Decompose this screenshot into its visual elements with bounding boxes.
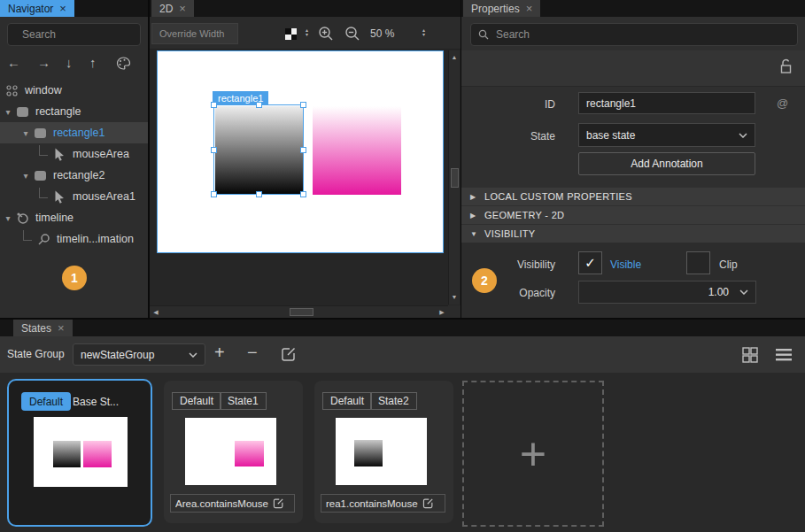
unlock-icon[interactable]	[779, 58, 793, 74]
palette-icon[interactable]	[116, 57, 131, 71]
override-width-field[interactable]	[151, 23, 238, 44]
scroll-up-icon[interactable]: ▲	[449, 52, 460, 63]
zoom-out-icon[interactable]	[344, 26, 360, 42]
move-up-icon[interactable]: ↑	[89, 55, 97, 70]
tree-item-window[interactable]: window	[0, 80, 148, 101]
grid-view-icon[interactable]	[742, 347, 758, 363]
scroll-left-icon[interactable]: ◀	[151, 306, 161, 318]
close-icon[interactable]: ×	[59, 3, 66, 14]
expander-icon[interactable]: ▾	[19, 128, 32, 138]
state-name[interactable]: State2	[370, 392, 417, 410]
vertical-scrollbar[interactable]: ▲ ▼	[448, 50, 460, 305]
state-card-base[interactable]: Default Base St...	[7, 379, 152, 527]
resize-handle[interactable]	[300, 191, 306, 197]
move-down-icon[interactable]: ↓	[66, 55, 73, 70]
state-card-state1[interactable]: Default State1 Area.containsMouse	[164, 381, 303, 523]
state-card-state2[interactable]: Default State2 rea1.containsMouse	[314, 381, 453, 523]
tree-item-mousearea[interactable]: mouseArea	[0, 143, 148, 165]
resize-handle[interactable]	[211, 102, 217, 108]
section-geometry-2d[interactable]: ▶ GEOMETRY - 2D	[461, 206, 805, 224]
resize-handle[interactable]	[256, 102, 262, 108]
edit-icon[interactable]	[273, 497, 284, 509]
when-condition-field[interactable]: rea1.containsMouse	[321, 494, 445, 513]
properties-header-band	[461, 50, 805, 87]
properties-panel: Properties × ID rectangle1 @ State base …	[461, 0, 805, 318]
state-default-button[interactable]: Default	[172, 392, 221, 410]
state-default-button[interactable]: Default	[322, 392, 372, 410]
horizontal-scroll-thumb[interactable]	[290, 308, 313, 316]
rectangle2-item[interactable]	[313, 106, 401, 195]
state-dropdown[interactable]: base state	[578, 123, 755, 147]
visible-checkbox[interactable]: ✓	[578, 251, 602, 274]
background-checker-icon[interactable]	[285, 28, 297, 40]
checkmark-icon: ✓	[584, 255, 596, 271]
tree-item-rectangle2[interactable]: ▾ rectangle2	[0, 165, 148, 186]
tab-properties[interactable]: Properties ×	[463, 0, 540, 17]
state-group-dropdown[interactable]: newStateGroup	[73, 343, 205, 366]
tree-item-timeline-animation[interactable]: timelin...imation	[0, 228, 148, 250]
2d-toolbar: ▴▾ 50 % ▴▾	[150, 17, 461, 50]
expander-icon[interactable]: ▾	[19, 171, 32, 181]
state-name[interactable]: Base St...	[73, 396, 119, 408]
state-value: base state	[586, 129, 635, 142]
override-width-input[interactable]	[159, 28, 230, 39]
clip-checkbox-label[interactable]: Clip	[719, 258, 738, 271]
cursor-icon	[51, 148, 67, 161]
properties-search[interactable]	[470, 23, 798, 46]
expander-icon[interactable]: ▾	[2, 213, 14, 223]
background-stepper[interactable]: ▴▾	[306, 28, 308, 37]
navigator-toolbar: ← → ↓ ↑	[0, 51, 148, 78]
tree-item-mousearea1[interactable]: mouseArea1	[0, 186, 148, 207]
tab-2d[interactable]: 2D ×	[151, 0, 194, 17]
resize-handle[interactable]	[300, 147, 306, 153]
tree-item-label: rectangle2	[53, 169, 104, 181]
section-local-custom-properties[interactable]: ▶ LOCAL CUSTOM PROPERTIES	[461, 188, 805, 205]
move-backward-icon[interactable]: ←	[7, 55, 20, 70]
resize-handle[interactable]	[211, 147, 217, 153]
horizontal-scrollbar[interactable]: ◀ ▶	[150, 305, 448, 317]
tree-item-rectangle1[interactable]: ▾ rectangle1	[0, 122, 148, 143]
rename-state-group-icon[interactable]	[281, 346, 297, 362]
scroll-down-icon[interactable]: ▼	[449, 292, 460, 303]
expander-icon[interactable]: ▾	[2, 107, 14, 117]
state-default-pill[interactable]: Default	[21, 392, 71, 411]
tab-states[interactable]: States ×	[13, 320, 73, 336]
tree-item-rectangle[interactable]: ▾ rectangle	[0, 101, 148, 122]
opacity-field[interactable]: 1.00	[578, 281, 756, 304]
section-visibility[interactable]: ▼ VISIBILITY	[461, 225, 805, 243]
vertical-scroll-thumb[interactable]	[451, 168, 459, 188]
visible-checkbox-label[interactable]: Visible	[610, 258, 641, 271]
state-name[interactable]: State1	[220, 392, 267, 410]
selection-outline	[213, 104, 304, 195]
tree-item-label: rectangle1	[53, 127, 104, 139]
add-state-card[interactable]: +	[462, 381, 604, 527]
rectangle-icon	[32, 128, 48, 138]
remove-state-group-icon[interactable]: −	[247, 343, 258, 363]
navigator-search-input[interactable]	[22, 28, 148, 41]
add-annotation-button[interactable]: Add Annotation	[578, 152, 755, 175]
scroll-right-icon[interactable]: ▶	[437, 306, 447, 318]
states-tabbar: States ×	[0, 320, 805, 336]
add-state-group-icon[interactable]: +	[214, 343, 225, 363]
close-icon[interactable]: ×	[58, 322, 65, 334]
properties-search-input[interactable]	[496, 28, 790, 41]
close-icon[interactable]: ×	[179, 3, 186, 14]
close-icon[interactable]: ×	[526, 3, 533, 14]
navigator-search[interactable]	[7, 23, 141, 46]
edit-icon[interactable]	[422, 497, 434, 509]
zoom-stepper[interactable]: ▴▾	[422, 28, 425, 37]
list-view-icon[interactable]	[776, 348, 792, 362]
resize-handle[interactable]	[300, 102, 306, 108]
tab-navigator[interactable]: Navigator ×	[0, 0, 74, 17]
annotation-at-icon[interactable]: @	[777, 96, 788, 110]
resize-handle[interactable]	[211, 191, 217, 197]
move-forward-icon[interactable]: →	[37, 55, 50, 70]
2d-canvas[interactable]: rectangle1 ▲ ▼	[150, 50, 461, 305]
clip-checkbox[interactable]	[686, 251, 710, 274]
tree-item-timeline[interactable]: ▾ timeline	[0, 207, 148, 228]
id-field[interactable]: rectangle1	[578, 92, 755, 114]
zoom-in-icon[interactable]	[318, 26, 334, 42]
component-icon	[4, 84, 19, 97]
when-condition-field[interactable]: Area.containsMouse	[170, 494, 295, 513]
resize-handle[interactable]	[256, 191, 262, 197]
